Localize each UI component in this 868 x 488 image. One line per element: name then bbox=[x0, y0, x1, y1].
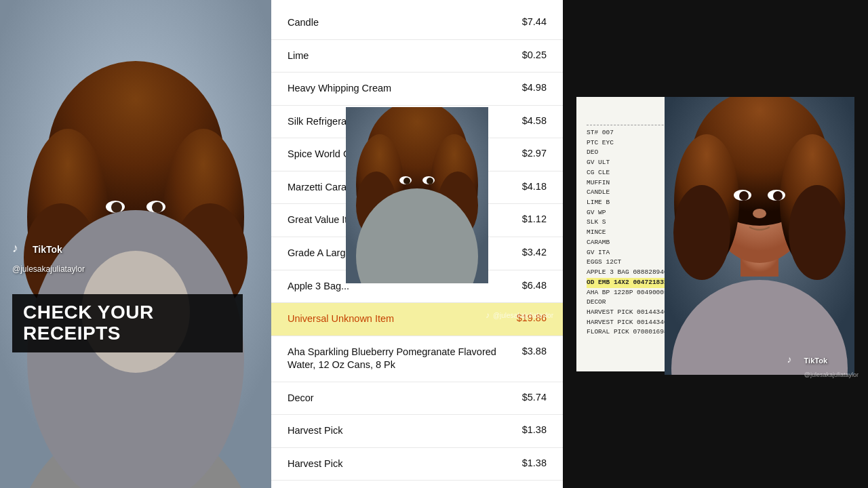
receipt-item-price: $3.42 bbox=[522, 247, 547, 258]
receipt-item-price: $2.97 bbox=[522, 148, 547, 159]
tiktok-right-label: TikTok bbox=[804, 357, 827, 365]
receipts-banner-text: CHECK YOUR RECEIPTS bbox=[23, 302, 154, 344]
person-right-overlay bbox=[665, 97, 854, 375]
receipt-item: Decor $5.74 bbox=[271, 382, 563, 415]
overlay-video bbox=[346, 107, 488, 283]
receipt-item-name: Heavy Whipping Cream bbox=[288, 82, 522, 96]
overlay-person-svg bbox=[346, 107, 488, 283]
receipt-item: Aha Sparkling Blueberry Pomegranate Flav… bbox=[271, 336, 563, 382]
svg-point-40 bbox=[789, 185, 846, 280]
receipt-item-name: Candle bbox=[288, 16, 522, 30]
svg-point-28 bbox=[427, 178, 433, 184]
svg-point-39 bbox=[673, 185, 730, 280]
svg-point-43 bbox=[739, 191, 749, 201]
receipt-item-price: $7.44 bbox=[522, 16, 547, 27]
tiktok-platform-label: TikTok bbox=[33, 244, 62, 255]
receipt-item-price: $0.25 bbox=[522, 49, 547, 60]
receipts-banner: CHECK YOUR RECEIPTS bbox=[12, 294, 243, 352]
receipt-item-price: $3.88 bbox=[522, 346, 547, 357]
receipt-item-price: $1.12 bbox=[522, 214, 547, 224]
receipt-item-name: Harvest Pick bbox=[288, 424, 522, 438]
svg-point-11 bbox=[111, 202, 122, 213]
watermark-right-text: @julesakajuliataylor bbox=[804, 371, 859, 378]
receipt-item: Heavy Whipping Cream $4.98 bbox=[271, 73, 563, 106]
receipt-item: Harvest Pick $1.38 bbox=[271, 448, 563, 481]
receipt-item-price: $6.48 bbox=[522, 280, 547, 291]
tiktok-username: @julesakajuliataylor bbox=[12, 264, 85, 274]
receipt-item-price: $4.58 bbox=[522, 115, 547, 126]
tiktok-right-icon: ♪ bbox=[787, 354, 801, 367]
svg-point-27 bbox=[403, 178, 410, 184]
receipt-item-name: Universal Unknown Item bbox=[288, 312, 517, 326]
receipt-item-price: $4.18 bbox=[522, 181, 547, 192]
receipt-item-price: $5.74 bbox=[522, 392, 547, 403]
middle-receipt-panel: ♪ @julesakajuliataylor Candle $7.44 Lime… bbox=[271, 0, 563, 488]
receipt-item-name: Decor bbox=[288, 392, 522, 405]
svg-point-45 bbox=[753, 209, 766, 218]
receipt-item-name: Harvest Pick bbox=[288, 458, 522, 471]
tiktok-watermark-icon: ♪ bbox=[486, 310, 490, 320]
tiktok-logo-icon: ♪ bbox=[12, 241, 28, 258]
receipt-item-name: Lime bbox=[288, 49, 522, 63]
tiktok-right-brand: ♪ TikTok bbox=[787, 354, 827, 367]
receipt-item-price: $1.38 bbox=[522, 458, 547, 468]
svg-point-12 bbox=[152, 202, 163, 213]
receipt-item-price: $1.38 bbox=[522, 424, 547, 435]
receipt-item: Candle $7.44 bbox=[271, 7, 563, 40]
left-video-panel: ♪ TikTok @julesakajuliataylor CHECK YOUR… bbox=[0, 0, 271, 488]
receipt-item-price: $4.98 bbox=[522, 82, 547, 93]
receipt-item: Lime $0.25 bbox=[271, 40, 563, 73]
right-panel: W*ST# 007# 00076PTC EYC3.00 XDEO8.97 XGV… bbox=[563, 0, 868, 488]
svg-point-44 bbox=[773, 191, 783, 201]
right-person-svg bbox=[665, 97, 854, 375]
tiktok-brand: ♪ TikTok bbox=[12, 241, 62, 258]
receipt-item: Harvest Pick $1.38 bbox=[271, 415, 563, 448]
overlay-video-watermark: ♪ @julesakajuliataylor bbox=[486, 310, 553, 320]
receipt-item-name: Aha Sparkling Blueberry Pomegranate Flav… bbox=[288, 346, 522, 372]
tiktok-watermark-text: @julesakajuliataylor bbox=[493, 312, 553, 319]
